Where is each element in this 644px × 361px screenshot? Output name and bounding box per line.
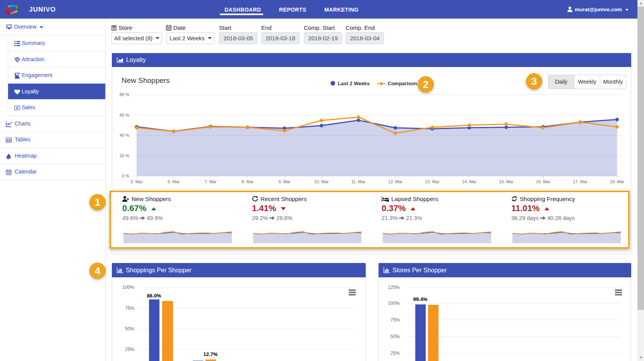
svg-text:12.7%: 12.7% bbox=[204, 351, 218, 357]
svg-text:100%: 100% bbox=[388, 301, 400, 306]
svg-text:80 %: 80 % bbox=[120, 92, 129, 97]
svg-text:100%: 100% bbox=[122, 285, 134, 290]
svg-text:25%: 25% bbox=[125, 347, 134, 352]
svg-text:9. Mar: 9. Mar bbox=[278, 179, 291, 184]
svg-text:14. Mar: 14. Mar bbox=[462, 179, 477, 184]
svg-text:40 %: 40 % bbox=[120, 133, 129, 138]
svg-text:17. Mar: 17. Mar bbox=[573, 179, 587, 184]
svg-text:1: 1 bbox=[17, 107, 18, 109]
svg-text:15. Mar: 15. Mar bbox=[499, 179, 514, 184]
svg-text:86.0%: 86.0% bbox=[147, 293, 161, 299]
svg-text:11. Mar: 11. Mar bbox=[351, 179, 366, 184]
svg-text:75%: 75% bbox=[391, 317, 400, 323]
svg-text:5. Mar: 5. Mar bbox=[130, 179, 143, 184]
svg-text:8. Mar: 8. Mar bbox=[242, 179, 254, 184]
svg-text:125%: 125% bbox=[388, 285, 400, 290]
svg-text:25%: 25% bbox=[391, 351, 400, 356]
svg-text:18. Mar: 18. Mar bbox=[610, 179, 625, 184]
svg-text:16. Mar: 16. Mar bbox=[536, 179, 551, 184]
svg-text:50%: 50% bbox=[391, 334, 400, 339]
svg-text:50%: 50% bbox=[125, 326, 134, 332]
svg-text:60 %: 60 % bbox=[120, 113, 129, 117]
svg-text:20 %: 20 % bbox=[120, 153, 129, 158]
svg-text:6. Mar: 6. Mar bbox=[168, 179, 180, 184]
svg-text:13. Mar: 13. Mar bbox=[425, 179, 440, 184]
svg-text:10. Mar: 10. Mar bbox=[314, 179, 329, 184]
svg-text:0 %: 0 % bbox=[122, 174, 129, 178]
svg-text:7. Mar: 7. Mar bbox=[204, 179, 217, 184]
svg-text:75%: 75% bbox=[125, 306, 134, 311]
svg-text:12. Mar: 12. Mar bbox=[388, 179, 403, 184]
svg-text:99.4%: 99.4% bbox=[413, 296, 428, 302]
